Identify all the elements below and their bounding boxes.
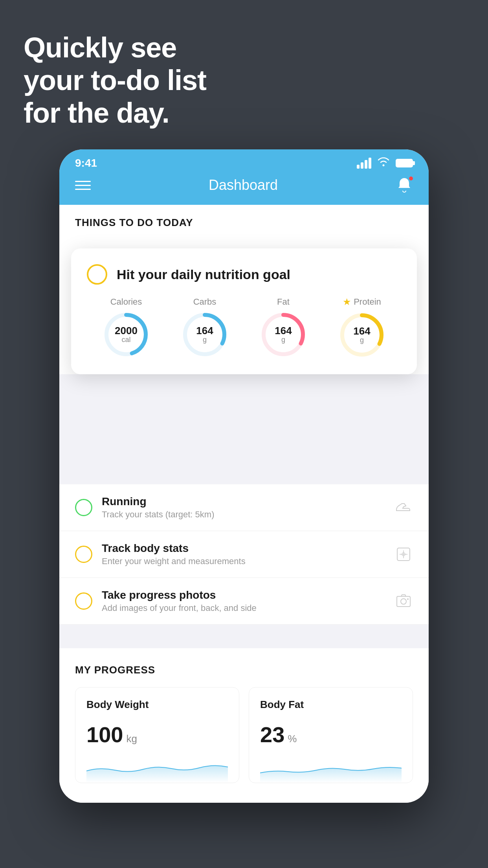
notification-dot bbox=[408, 176, 414, 181]
scale-icon bbox=[394, 545, 413, 564]
todo-item-running[interactable]: Running Track your stats (target: 5km) bbox=[59, 484, 429, 531]
todo-info-running: Running Track your stats (target: 5km) bbox=[102, 495, 385, 520]
carbs-label: Carbs bbox=[181, 297, 228, 307]
todo-list: Running Track your stats (target: 5km) T… bbox=[59, 484, 429, 625]
todo-info-photos: Take progress photos Add images of your … bbox=[102, 589, 385, 613]
body-weight-card: Body Weight 100 kg bbox=[75, 687, 239, 783]
body-fat-card: Body Fat 23 % bbox=[249, 687, 413, 783]
todo-circle-running bbox=[75, 499, 92, 516]
nutrition-card-header: Hit your daily nutrition goal bbox=[87, 264, 401, 285]
body-weight-unit: kg bbox=[126, 733, 137, 745]
body-fat-value: 23 % bbox=[260, 722, 402, 747]
wifi-icon bbox=[377, 156, 390, 169]
svg-rect-10 bbox=[397, 596, 410, 607]
fat-value: 164 g bbox=[275, 326, 292, 344]
body-fat-number: 23 bbox=[260, 722, 284, 747]
body-weight-value: 100 kg bbox=[86, 722, 228, 747]
svg-point-11 bbox=[401, 599, 406, 604]
things-section: THINGS TO DO TODAY bbox=[59, 205, 429, 229]
todo-title-running: Running bbox=[102, 495, 385, 508]
progress-title: MY PROGRESS bbox=[75, 664, 413, 676]
progress-section: MY PROGRESS Body Weight 100 kg bbox=[59, 648, 429, 783]
todo-sub-body-stats: Enter your weight and measurements bbox=[102, 556, 385, 566]
things-title: THINGS TO DO TODAY bbox=[75, 217, 413, 229]
calories-donut: 2000 cal bbox=[103, 311, 150, 358]
signal-icon bbox=[357, 158, 371, 169]
todo-sub-photos: Add images of your front, back, and side bbox=[102, 603, 385, 613]
hamburger-menu[interactable] bbox=[75, 181, 91, 190]
progress-cards: Body Weight 100 kg bbox=[75, 687, 413, 783]
body-fat-chart bbox=[260, 755, 402, 783]
notification-bell[interactable] bbox=[396, 177, 413, 194]
todo-circle-body-stats bbox=[75, 546, 92, 563]
nav-title: Dashboard bbox=[209, 177, 278, 193]
body-weight-number: 100 bbox=[86, 722, 123, 747]
hero-text: Quickly see your to-do list for the day. bbox=[24, 31, 206, 129]
body-weight-chart bbox=[86, 755, 228, 783]
todo-item-body-stats[interactable]: Track body stats Enter your weight and m… bbox=[59, 531, 429, 578]
photo-icon bbox=[394, 592, 413, 611]
carbs-donut: 164 g bbox=[181, 311, 228, 358]
nav-bar: Dashboard bbox=[59, 173, 429, 205]
body-fat-unit: % bbox=[288, 733, 297, 745]
todo-title-photos: Take progress photos bbox=[102, 589, 385, 601]
protein-star-icon: ★ bbox=[343, 296, 351, 307]
todo-item-photos[interactable]: Take progress photos Add images of your … bbox=[59, 578, 429, 625]
time-display: 9:41 bbox=[75, 157, 97, 169]
fat-stat: Fat 164 g bbox=[260, 297, 307, 358]
calories-label: Calories bbox=[103, 297, 150, 307]
svg-point-12 bbox=[407, 598, 409, 600]
phone-frame: 9:41 bbox=[59, 149, 429, 803]
nutrition-check-circle[interactable] bbox=[87, 264, 107, 285]
carbs-stat: Carbs 164 g bbox=[181, 297, 228, 358]
carbs-value: 164 g bbox=[196, 326, 213, 344]
nutrition-title: Hit your daily nutrition goal bbox=[117, 267, 290, 282]
todo-sub-running: Track your stats (target: 5km) bbox=[102, 509, 385, 520]
nutrition-stats: Calories 2000 cal bbox=[87, 296, 401, 359]
running-shoe-icon bbox=[394, 498, 413, 517]
body-weight-title: Body Weight bbox=[86, 699, 228, 711]
calories-value: 2000 cal bbox=[115, 326, 138, 344]
battery-icon bbox=[396, 159, 413, 167]
fat-donut: 164 g bbox=[260, 311, 307, 358]
protein-label: ★ Protein bbox=[338, 296, 385, 307]
status-icons bbox=[357, 156, 413, 169]
todo-title-body-stats: Track body stats bbox=[102, 542, 385, 555]
status-bar: 9:41 bbox=[59, 149, 429, 173]
calories-stat: Calories 2000 cal bbox=[103, 297, 150, 358]
todo-circle-photos bbox=[75, 592, 92, 610]
fat-label: Fat bbox=[260, 297, 307, 307]
phone-wrapper: 9:41 bbox=[59, 149, 429, 803]
protein-value: 164 g bbox=[353, 326, 370, 344]
nutrition-card: Hit your daily nutrition goal Calories bbox=[71, 248, 417, 374]
todo-info-body-stats: Track body stats Enter your weight and m… bbox=[102, 542, 385, 566]
body-fat-title: Body Fat bbox=[260, 699, 402, 711]
nutrition-area: Hit your daily nutrition goal Calories bbox=[59, 229, 429, 374]
protein-stat: ★ Protein 164 g bbox=[338, 296, 385, 359]
protein-donut: 164 g bbox=[338, 311, 385, 359]
